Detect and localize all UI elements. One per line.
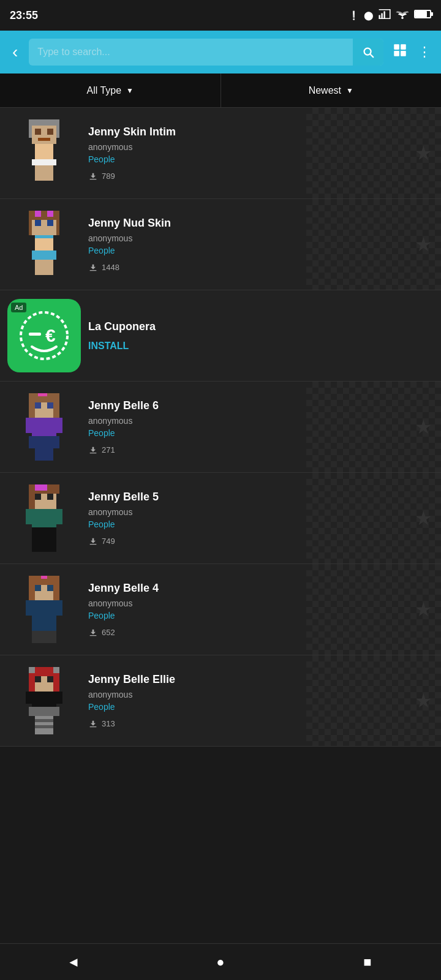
svg-rect-28 [35,220,41,226]
svg-rect-74 [32,631,44,643]
svg-rect-8 [401,44,406,50]
list-item[interactable]: Jenny Skin Intim anonymous People 789 ★ [0,108,441,199]
cast-icon [379,9,391,21]
nav-back-button[interactable]: ◄ [49,950,98,974]
item-thumbnail [7,390,81,464]
download-icon [88,445,98,455]
svg-rect-46 [26,418,32,433]
favorite-button[interactable]: ★ [415,415,432,439]
ad-title: La Cuponera [88,320,426,333]
svg-rect-65 [29,576,35,600]
type-filter-arrow: ▼ [126,86,134,95]
favorite-button[interactable]: ★ [415,141,432,165]
svg-rect-3 [379,9,390,10]
status-bar: 23:55 ❕ ⬤ [0,0,441,31]
status-time: 23:55 [10,9,38,22]
svg-rect-42 [38,393,47,396]
favorite-button[interactable]: ★ [415,598,432,621]
svg-rect-16 [47,129,53,135]
svg-rect-13 [29,119,32,138]
svg-rect-25 [56,211,59,235]
nav-bar: ◄ ● ■ [0,943,441,980]
svg-rect-21 [44,165,53,181]
ad-install-button[interactable]: INSTALL [88,341,426,352]
svg-rect-84 [32,692,56,707]
svg-rect-83 [47,676,53,682]
svg-rect-66 [53,576,59,600]
favorite-button[interactable]: ★ [415,507,432,530]
svg-rect-68 [35,585,41,591]
item-thumbnail [7,664,81,737]
notification-icon: ❕ [349,10,359,20]
item-thumbnail [7,573,81,646]
svg-rect-62 [44,540,56,552]
download-icon [88,172,98,181]
svg-rect-32 [32,251,56,260]
svg-rect-26 [35,211,41,217]
status-icons: ❕ ⬤ [349,9,431,21]
svg-rect-67 [41,576,47,579]
nav-home-button[interactable]: ● [196,950,245,974]
svg-rect-80 [29,667,35,673]
svg-rect-27 [47,211,53,217]
download-icon [88,537,98,546]
svg-rect-7 [394,44,399,50]
svg-rect-23 [29,211,59,220]
wifi-icon [396,9,409,21]
ad-badge: Ad [11,303,26,312]
list-item[interactable]: Jenny Belle 5 anonymous People 749 ★ [0,473,441,564]
item-thumbnail [7,116,81,190]
svg-rect-10 [401,51,406,56]
svg-rect-45 [32,418,56,436]
nav-recent-button[interactable]: ■ [343,950,392,974]
search-button[interactable] [353,39,383,66]
list-item[interactable]: Jenny Nud Skin anonymous People 1448 ★ [0,199,441,290]
grid-icon [392,42,408,58]
list-item[interactable]: Jenny Belle 4 anonymous People 652 ★ [0,564,441,655]
header-actions: ⋮ [390,40,434,64]
header: ‹ ⋮ [0,31,441,74]
svg-rect-75 [44,631,56,643]
svg-rect-61 [32,540,44,552]
svg-rect-55 [35,494,41,500]
svg-rect-34 [44,260,53,275]
sort-filter-label: Newest [309,85,341,96]
svg-rect-57 [32,509,56,527]
svg-rect-15 [35,129,41,135]
svg-rect-33 [35,260,44,275]
battery-status-icon [414,10,431,21]
favorite-button[interactable]: ★ [415,233,432,256]
favorite-button[interactable]: ★ [415,689,432,712]
svg-rect-56 [47,494,53,500]
svg-rect-9 [394,51,399,56]
svg-rect-85 [26,692,32,704]
ad-item[interactable]: Ad € La Cuponera INSTALL [0,290,441,382]
svg-rect-53 [29,484,35,509]
sort-filter[interactable]: Newest ▼ [221,74,442,107]
list-item[interactable]: Jenny Belle 6 anonymous People 271 ★ [0,382,441,473]
svg-rect-72 [56,600,62,616]
svg-rect-73 [32,619,56,631]
svg-rect-40 [29,393,35,418]
download-icon [88,719,98,729]
svg-rect-41 [53,393,59,418]
more-options-button[interactable]: ⋮ [415,42,434,62]
ad-thumbnail: Ad € [7,299,81,372]
svg-rect-69 [47,585,53,591]
download-icon [88,628,98,638]
svg-rect-87 [29,707,59,716]
list-item[interactable]: Jenny Belle Ellie anonymous People 313 ★ [0,655,441,747]
search-input[interactable] [29,47,353,58]
svg-rect-82 [35,676,41,682]
grid-view-button[interactable] [390,40,410,64]
type-filter[interactable]: All Type ▼ [0,74,221,107]
ad-logo-icon: € [20,311,69,360]
svg-rect-47 [56,418,62,433]
svg-text:€: € [45,325,56,345]
svg-rect-14 [56,119,59,138]
ad-info: La Cuponera INSTALL [81,320,434,352]
svg-rect-20 [35,165,44,181]
search-container [29,39,383,66]
svg-rect-43 [35,402,41,409]
back-button[interactable]: ‹ [7,42,23,62]
